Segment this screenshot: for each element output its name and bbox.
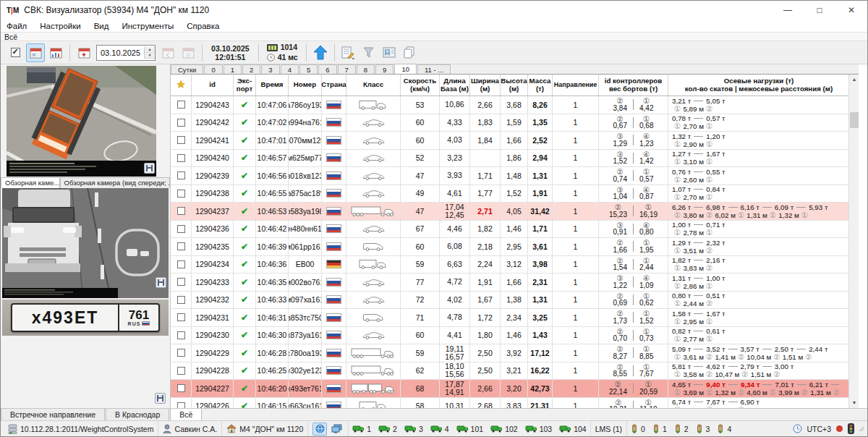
- table-row[interactable]: 12904240✔10:46:57м625мр77523,231,862,941…: [171, 150, 848, 168]
- row-checkbox[interactable]: [177, 402, 185, 408]
- report-button[interactable]: [339, 43, 358, 62]
- hour-tab[interactable]: 2: [242, 64, 260, 74]
- front-camera-image[interactable]: [2, 188, 169, 298]
- overview-camera-image[interactable]: [7, 66, 156, 177]
- table-row[interactable]: 12904226✔10:46:15у663сн1615810,312,683,8…: [171, 398, 848, 409]
- row-select-cell[interactable]: [171, 238, 192, 255]
- row-checkbox[interactable]: [177, 278, 185, 286]
- day-view-button[interactable]: [26, 43, 45, 62]
- date-add-button[interactable]: [75, 43, 93, 62]
- row-checkbox[interactable]: [177, 119, 185, 127]
- table-row[interactable]: 12904238✔10:46:55а875ас18*494,611,771,52…: [171, 185, 848, 203]
- scroll-to-new-button[interactable]: [311, 43, 330, 62]
- row-checkbox[interactable]: [177, 367, 185, 375]
- row-checkbox[interactable]: [177, 349, 185, 357]
- table-row[interactable]: 12904243✔10:47:06а786оу1935310,862,663,6…: [171, 96, 848, 114]
- table-scrollbar[interactable]: ▲ ▼: [848, 75, 859, 408]
- row-select-cell[interactable]: [171, 292, 192, 309]
- row-select-cell[interactable]: [171, 150, 192, 167]
- hour-tab[interactable]: 6: [318, 64, 336, 74]
- row-checkbox[interactable]: [177, 190, 185, 198]
- map-toggle-button[interactable]: [312, 423, 327, 436]
- photo-card-button[interactable]: [380, 43, 399, 62]
- row-select-cell[interactable]: [171, 380, 192, 397]
- save-image-button[interactable]: [144, 163, 155, 174]
- period-view-button[interactable]: [46, 43, 65, 62]
- save-image-button[interactable]: [156, 277, 166, 288]
- row-select-cell[interactable]: [171, 132, 192, 149]
- row-checkbox[interactable]: [177, 384, 185, 392]
- row-checkbox[interactable]: [177, 171, 185, 179]
- table-row[interactable]: 12904239✔10:46:56в018хв123473,931,711,48…: [171, 167, 848, 185]
- direction-tab[interactable]: Встречное направление: [1, 409, 105, 421]
- date-spinner[interactable]: ▲▼: [144, 47, 155, 59]
- hour-tab[interactable]: 4: [281, 64, 299, 74]
- direction-tab[interactable]: Всё: [170, 409, 202, 421]
- filter-button[interactable]: [359, 43, 378, 62]
- row-select-cell[interactable]: [171, 167, 192, 184]
- select-all-checkbox[interactable]: [6, 43, 25, 62]
- hour-tab[interactable]: 7: [338, 64, 356, 74]
- save-plate-button[interactable]: [155, 393, 166, 404]
- row-select-cell[interactable]: [171, 114, 192, 132]
- row-checkbox[interactable]: [177, 296, 185, 304]
- row-select-cell[interactable]: [171, 327, 192, 344]
- hour-tab[interactable]: 11 - ...: [417, 64, 451, 74]
- row-select-cell[interactable]: [171, 96, 192, 114]
- row-select-cell[interactable]: [171, 203, 192, 220]
- table-row[interactable]: 12904236✔10:46:42н480нн61674,461,821,461…: [171, 221, 848, 239]
- table-row[interactable]: 12904242✔10:47:02н994на761604,331,831,59…: [171, 114, 848, 132]
- menu-item[interactable]: Вид: [94, 22, 109, 30]
- row-select-cell[interactable]: [171, 185, 192, 203]
- today-button[interactable]: 11: [179, 43, 197, 62]
- camera-tab[interactable]: Обзорная камера (вид спереди; ...: [60, 177, 170, 188]
- table-row[interactable]: 12904233✔10:46:35м002во761774,721,911,66…: [171, 273, 848, 292]
- hour-tab[interactable]: 3: [261, 64, 279, 74]
- table-row[interactable]: 12904230✔10:46:30х873уа161604,411,801,46…: [171, 327, 848, 345]
- table-row[interactable]: 12904232✔10:46:33м097ха161724,021,671,38…: [171, 292, 848, 310]
- table-row[interactable]: 12904237✔10:46:53р583уа1984717,0412,452,…: [171, 203, 848, 221]
- close-button[interactable]: ✕: [835, 1, 867, 20]
- table-row[interactable]: 12904241✔10:47:01о070мм126604,031,841,66…: [171, 132, 848, 150]
- row-checkbox[interactable]: [177, 225, 185, 233]
- row-select-cell[interactable]: [171, 398, 192, 409]
- row-select-cell[interactable]: [171, 256, 192, 273]
- table-row[interactable]: 12904231✔10:46:31в853тс750714,781,722,34…: [171, 309, 848, 327]
- hour-tab[interactable]: 9: [375, 64, 393, 74]
- row-checkbox[interactable]: [177, 154, 185, 162]
- table-row[interactable]: 12904235✔10:46:39м061рр161606,082,182,95…: [171, 238, 848, 256]
- row-checkbox[interactable]: [177, 207, 185, 215]
- row-checkbox[interactable]: [177, 242, 185, 250]
- camera-tab[interactable]: Обзорная каме...: [1, 177, 60, 188]
- table-row[interactable]: 12904228✔10:46:25у302уе1236218,1015,562,…: [171, 362, 848, 381]
- table-row[interactable]: 12904227✔10:46:20х493ет7616817,8714,912,…: [171, 380, 848, 398]
- row-select-cell[interactable]: [171, 362, 192, 380]
- maximize-button[interactable]: □: [804, 1, 835, 20]
- row-checkbox[interactable]: [177, 136, 185, 144]
- copy-button[interactable]: [400, 43, 419, 62]
- hour-tab[interactable]: 5: [299, 64, 318, 74]
- row-checkbox[interactable]: [177, 260, 185, 268]
- row-select-cell[interactable]: [171, 221, 192, 238]
- menu-item[interactable]: Файл: [7, 22, 27, 30]
- hour-tab[interactable]: 8: [357, 64, 375, 74]
- direction-tab[interactable]: В Краснодар: [106, 409, 169, 421]
- monitors-button[interactable]: [329, 423, 344, 436]
- row-checkbox[interactable]: [177, 101, 185, 109]
- prev-date-button[interactable]: [158, 43, 177, 62]
- date-input[interactable]: 03.10.2025 ▲▼: [96, 45, 156, 61]
- menu-item[interactable]: Инструменты: [122, 22, 174, 30]
- hour-tab[interactable]: 1: [224, 64, 242, 74]
- table-row[interactable]: 12904234✔10:46:36EB00596,632,243,123,981…: [171, 256, 848, 274]
- row-select-cell[interactable]: [171, 309, 192, 326]
- filter-preset-bar[interactable]: Всё: [1, 32, 867, 41]
- row-select-cell[interactable]: [171, 273, 192, 291]
- row-select-cell[interactable]: [171, 344, 192, 362]
- row-checkbox[interactable]: [177, 313, 185, 321]
- menu-item[interactable]: Настройки: [40, 22, 80, 30]
- hour-tab[interactable]: 10: [394, 64, 417, 74]
- row-checkbox[interactable]: [177, 331, 185, 339]
- hour-tab[interactable]: 0: [204, 64, 222, 74]
- menu-item[interactable]: Справка: [187, 22, 219, 30]
- hour-tab[interactable]: Сутки: [171, 64, 203, 74]
